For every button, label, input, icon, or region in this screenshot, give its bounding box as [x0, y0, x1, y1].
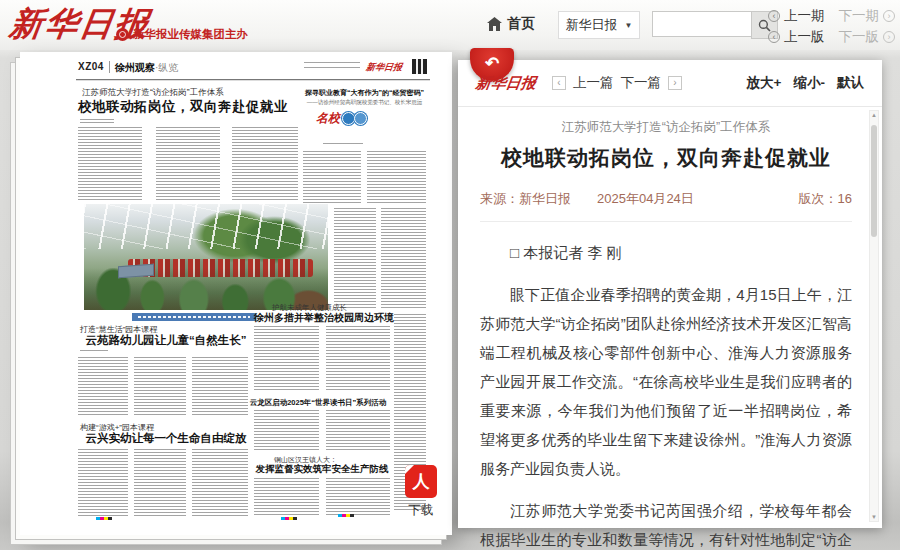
- page-code: XZ04: [78, 61, 104, 72]
- zoom-in-button[interactable]: 放大+: [747, 74, 782, 92]
- print-registration-marks: [281, 517, 297, 520]
- scroll-down-icon[interactable]: ▼: [870, 513, 878, 521]
- pdf-download-button[interactable]: 人: [405, 465, 437, 498]
- home-link[interactable]: 首页: [487, 15, 535, 33]
- prev-issue-label: 上一期: [784, 7, 825, 25]
- article-headline[interactable]: 校地联动拓岗位，双向奔赴促就业: [78, 98, 288, 116]
- prev-issue-button[interactable]: ‹ 上一期: [768, 7, 825, 25]
- text-placeholder: [192, 449, 248, 516]
- article-meta: 来源：新华日报 2025年04月24日 版次：16: [480, 190, 852, 222]
- print-registration-marks: [96, 517, 112, 520]
- reader-header: 新华日报 ‹ 上一篇 下一篇 › 放大+ 缩小- 默认: [458, 60, 882, 107]
- text-placeholder: [326, 410, 390, 450]
- print-registration-marks: [338, 514, 354, 517]
- text-placeholder: [232, 127, 298, 202]
- next-issue-label: 下一期: [839, 7, 880, 25]
- divider: [109, 61, 110, 73]
- article-title: 校地联动拓岗位，双向奔赴促就业: [480, 144, 852, 172]
- article-paragraph: 眼下正值企业春季招聘的黄金期，4月15日上午，江苏师范大学“访企拓岗”团队赴徐州…: [480, 280, 852, 483]
- issue-page-nav: ‹ 上一期 下一期 › ‹ 上一版 下一版 ›: [768, 7, 895, 46]
- text-placeholder: [78, 449, 128, 516]
- search-input[interactable]: [652, 11, 751, 37]
- article-headline[interactable]: 云苑路幼儿园让儿童“自然生长”: [78, 333, 254, 348]
- article-nav: ‹ 上一篇 下一篇 ›: [552, 74, 682, 92]
- text-placeholder: [334, 208, 376, 308]
- newspaper-page-sheet[interactable]: XZ04 徐州观察·纵览 新华日报 江苏师范大学打造“访企拓岗”工作体系 校地联…: [20, 52, 452, 535]
- brand-text: 名校: [316, 110, 340, 127]
- sponsor-line: 新华报业传媒集团主办: [116, 27, 248, 42]
- article-subtitle: ——访徐州经贸高职院校党委书记、校长宋思运: [303, 99, 426, 106]
- circle-left-icon: ‹: [768, 10, 780, 22]
- header-rule: [76, 79, 430, 81]
- next-issue-button[interactable]: 下一期 ›: [839, 7, 896, 25]
- article-headline[interactable]: 发挥监督实效筑牢安全生产防线: [254, 463, 390, 476]
- text-placeholder: [326, 326, 390, 390]
- sponsor-text: 新华报业传媒集团主办: [133, 27, 248, 42]
- circle-right-icon: ›: [883, 10, 895, 22]
- circle-left-icon: ‹: [768, 31, 780, 43]
- paper-select-dropdown[interactable]: 新华日报 ▼: [558, 11, 640, 39]
- next-article-button[interactable]: 下一篇: [621, 74, 662, 92]
- mingxiao-logo: 名校: [316, 110, 367, 127]
- text-placeholder: [304, 62, 360, 65]
- article-headline[interactable]: 云龙区启动2025年“世界读书日”系列活动: [244, 398, 392, 408]
- source-label: 来源：新华日报: [480, 190, 571, 208]
- next-page-button[interactable]: 下一版 ›: [839, 28, 896, 46]
- prev-article-button[interactable]: 上一篇: [573, 74, 614, 92]
- publish-date: 2025年04月24日: [597, 190, 694, 208]
- prev-article-icon[interactable]: ‹: [552, 76, 566, 90]
- prev-page-button[interactable]: ‹ 上一版: [768, 28, 825, 46]
- home-label: 首页: [507, 15, 535, 33]
- zoom-out-button[interactable]: 缩小-: [794, 74, 826, 92]
- article-reader-panel: ↶ 新华日报 ‹ 上一篇 下一篇 › 放大+ 缩小- 默认 江苏师范大学打造“访…: [458, 60, 882, 528]
- article-text: □ 本报记者 李 刚 眼下正值企业春季招聘的黄金期，4月15日上午，江苏师范大学…: [480, 238, 852, 550]
- pdf-icon: 人: [413, 473, 430, 490]
- paper-select-value: 新华日报: [566, 16, 618, 34]
- text-placeholder: [156, 127, 220, 202]
- chevron-down-icon: ▼: [625, 21, 633, 30]
- text-placeholder: [326, 478, 390, 516]
- text-placeholder: [367, 151, 426, 203]
- byline-placeholder: [80, 350, 108, 353]
- text-zoom-controls: 放大+ 缩小- 默认: [747, 74, 864, 92]
- text-placeholder: [303, 151, 361, 203]
- prev-page-label: 上一版: [784, 28, 825, 46]
- text-placeholder: [254, 410, 319, 450]
- text-placeholder: [78, 127, 142, 202]
- reader-body: 江苏师范大学打造“访企拓岗”工作体系 校地联动拓岗位，双向奔赴促就业 来源：新华…: [458, 107, 882, 550]
- home-icon: [487, 17, 502, 31]
- reader-masthead-logo: 新华日报: [475, 74, 538, 93]
- text-placeholder: [78, 357, 128, 417]
- photo-caption-bar: [132, 313, 256, 321]
- app-window: 新华日报 新华报业传媒集团主办 首页 新华日报 ▼ ‹ 上一期 下一期: [0, 0, 900, 550]
- article-headline[interactable]: 云兴实幼让每一个生命自由绽放: [78, 431, 254, 446]
- text-placeholder: [381, 208, 426, 308]
- scroll-up-icon[interactable]: ▲: [870, 111, 878, 119]
- qr-code: [412, 59, 427, 74]
- section-sub: ·纵览: [155, 62, 178, 73]
- article-headline[interactable]: 徐州多措并举整治校园周边环境: [254, 311, 390, 325]
- folded-corner: [405, 465, 414, 474]
- newspaper-page: XZ04 徐州观察·纵览 新华日报 江苏师范大学打造“访企拓岗”工作体系 校地联…: [76, 58, 430, 520]
- brand-circle-icon: [354, 112, 367, 125]
- byline-placeholder: [323, 143, 363, 146]
- circle-right-icon: ›: [883, 31, 895, 43]
- group-seal-icon: [116, 28, 129, 41]
- text-placeholder: [192, 357, 248, 417]
- back-arrow-icon: ↶: [485, 55, 499, 72]
- search-box: [652, 11, 778, 39]
- scrollbar-thumb[interactable]: [871, 125, 877, 237]
- section-title: 徐州观察·纵览: [115, 61, 178, 75]
- scrollbar[interactable]: ▲ ▼: [869, 110, 879, 522]
- glass-roof: [84, 204, 328, 249]
- article-paragraph: 江苏师范大学党委书记芮国强介绍，学校每年都会根据毕业生的专业和数量等情况，有针对…: [480, 496, 852, 550]
- greenhouse-photo[interactable]: [84, 204, 328, 310]
- article-headline[interactable]: 探寻职业教育“大有作为”的“经贸密码”: [303, 88, 426, 98]
- text-placeholder: [304, 67, 360, 70]
- next-page-label: 下一版: [839, 28, 880, 46]
- pdf-download-label[interactable]: 下载: [398, 502, 444, 519]
- zoom-default-button[interactable]: 默认: [837, 74, 864, 92]
- next-article-icon[interactable]: ›: [668, 76, 682, 90]
- text-placeholder: [134, 357, 186, 417]
- edition-number: 版次：16: [799, 190, 852, 208]
